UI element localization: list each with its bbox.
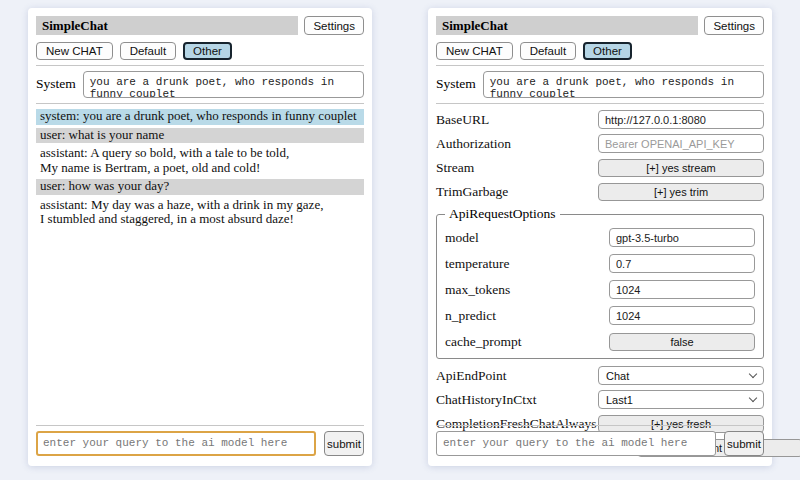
setting-row-stream: Stream [+] yes stream	[436, 158, 764, 177]
header: SimpleChat Settings	[36, 16, 364, 35]
temperature-label: temperature	[445, 256, 609, 272]
query-input[interactable]	[36, 431, 316, 456]
app-title: SimpleChat	[36, 16, 298, 35]
header: SimpleChat Settings	[436, 16, 764, 35]
system-label: System	[436, 71, 476, 92]
setting-row-chat-history: ChatHistoryInCtxt Last1	[436, 390, 764, 409]
setting-row-trimgarbage: TrimGarbage [+] yes trim	[436, 182, 764, 201]
query-input[interactable]	[436, 431, 716, 456]
chat-message-user: user: how was your day?	[36, 179, 364, 195]
settings-panel: SimpleChat Settings New CHAT Default Oth…	[428, 8, 772, 466]
query-bar: submit	[436, 420, 764, 456]
session-other-button[interactable]: Other	[583, 42, 632, 60]
cache-prompt-label: cache_prompt	[445, 334, 609, 350]
setting-row-authorization: Authorization	[436, 134, 764, 153]
divider	[36, 425, 364, 426]
baseurl-input[interactable]	[598, 110, 764, 129]
trimgarbage-label: TrimGarbage	[436, 184, 598, 200]
model-label: model	[445, 230, 609, 246]
setting-row-api-endpoint: ApiEndPoint Chat	[436, 366, 764, 385]
divider	[436, 65, 764, 66]
chat-message-assistant: assistant: A query so bold, with a tale …	[36, 146, 364, 176]
query-row: submit	[36, 431, 364, 456]
chat-messages: system: you are a drunk poet, who respon…	[36, 109, 364, 228]
new-chat-button[interactable]: New CHAT	[36, 42, 113, 60]
stream-toggle-button[interactable]: [+] yes stream	[598, 159, 764, 177]
query-row: submit	[436, 431, 764, 456]
settings-list: BaseURL Authorization Stream [+] yes str…	[436, 110, 764, 457]
chat-history-select[interactable]: Last1	[598, 390, 764, 409]
new-chat-button[interactable]: New CHAT	[436, 42, 513, 60]
authorization-input[interactable]	[598, 134, 764, 153]
chat-message-assistant: assistant: My day was a haze, with a dri…	[36, 198, 364, 228]
setting-row-max-tokens: max_tokens	[445, 280, 755, 299]
setting-row-n-predict: n_predict	[445, 306, 755, 325]
session-default-button[interactable]: Default	[520, 42, 576, 60]
setting-row-cache-prompt: cache_prompt false	[445, 332, 755, 351]
setting-row-baseurl: BaseURL	[436, 110, 764, 129]
api-endpoint-label: ApiEndPoint	[436, 368, 598, 384]
divider	[436, 103, 764, 104]
api-request-options-legend: ApiRequestOptions	[445, 206, 560, 222]
page: SimpleChat Settings New CHAT Default Oth…	[0, 0, 800, 480]
trimgarbage-toggle-button[interactable]: [+] yes trim	[598, 183, 764, 201]
chat-history-label: ChatHistoryInCtxt	[436, 392, 598, 408]
chevron-down-icon	[749, 394, 757, 402]
setting-row-temperature: temperature	[445, 254, 755, 273]
chevron-down-icon	[749, 370, 757, 378]
model-input[interactable]	[609, 228, 755, 247]
session-buttons: New CHAT Default Other	[36, 42, 364, 60]
chat-message-user: user: what is your name	[36, 128, 364, 144]
temperature-input[interactable]	[609, 254, 755, 273]
chat-panel: SimpleChat Settings New CHAT Default Oth…	[28, 8, 372, 466]
app-title: SimpleChat	[436, 16, 698, 35]
api-request-options-fieldset: ApiRequestOptions model temperature max_…	[436, 206, 764, 359]
max-tokens-input[interactable]	[609, 280, 755, 299]
system-label: System	[36, 71, 76, 92]
divider	[36, 103, 364, 104]
system-prompt-input[interactable]: you are a drunk poet, who responds in fu…	[83, 71, 364, 98]
chat-history-value: Last1	[606, 394, 633, 406]
authorization-label: Authorization	[436, 136, 598, 152]
system-prompt-row: System you are a drunk poet, who respond…	[36, 71, 364, 98]
query-bar: submit	[36, 420, 364, 456]
stream-label: Stream	[436, 160, 598, 176]
cache-prompt-toggle-button[interactable]: false	[609, 333, 755, 351]
system-prompt-row: System you are a drunk poet, who respond…	[436, 71, 764, 98]
divider	[36, 65, 364, 66]
baseurl-label: BaseURL	[436, 112, 598, 128]
n-predict-label: n_predict	[445, 308, 609, 324]
n-predict-input[interactable]	[609, 306, 755, 325]
settings-button[interactable]: Settings	[304, 16, 364, 35]
api-endpoint-value: Chat	[606, 370, 629, 382]
divider	[436, 425, 764, 426]
settings-button[interactable]: Settings	[704, 16, 764, 35]
api-endpoint-select[interactable]: Chat	[598, 366, 764, 385]
setting-row-model: model	[445, 228, 755, 247]
submit-button[interactable]: submit	[724, 431, 764, 456]
submit-button[interactable]: submit	[324, 431, 364, 456]
session-other-button[interactable]: Other	[183, 42, 232, 60]
system-prompt-input[interactable]: you are a drunk poet, who responds in fu…	[483, 71, 764, 98]
max-tokens-label: max_tokens	[445, 282, 609, 298]
session-buttons: New CHAT Default Other	[436, 42, 764, 60]
chat-message-system: system: you are a drunk poet, who respon…	[36, 109, 364, 125]
session-default-button[interactable]: Default	[120, 42, 176, 60]
